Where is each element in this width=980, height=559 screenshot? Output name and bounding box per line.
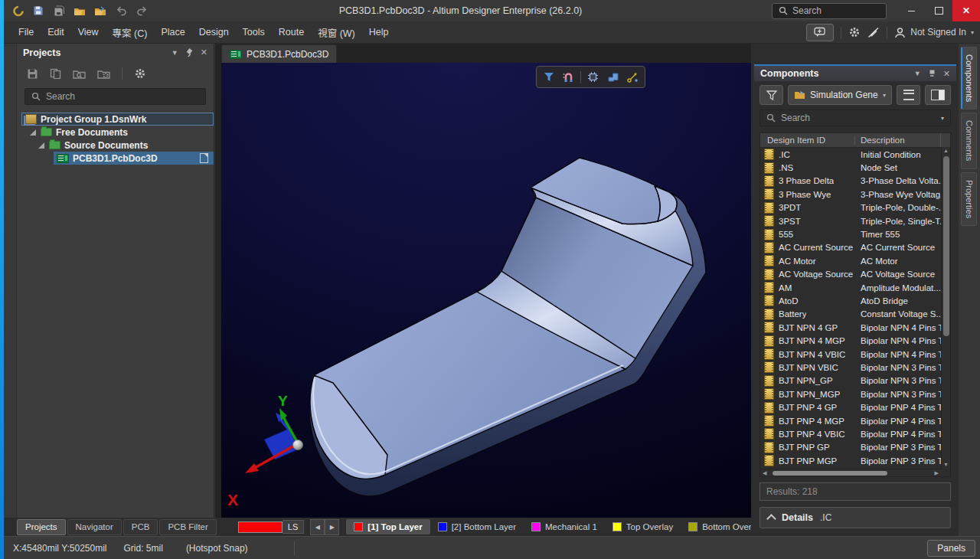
route-icon[interactable] (625, 70, 640, 85)
panel-menu-icon[interactable]: ▼ (914, 70, 921, 77)
save-icon[interactable] (31, 3, 46, 18)
save-all-icon[interactable] (51, 3, 67, 18)
menu-item-file[interactable]: File (11, 21, 41, 43)
layer-sets-control[interactable]: LS (238, 520, 304, 534)
component-row-3-phase-wye[interactable]: 3 Phase Wye3-Phase Wye Voltag... (760, 188, 941, 201)
save-project-icon[interactable] (27, 68, 38, 79)
expand-caret-icon[interactable] (38, 142, 44, 149)
panel-tab-projects[interactable]: Projects (17, 519, 66, 535)
rail-tab-comments[interactable]: Comments (961, 113, 977, 168)
tree-item-free-documents[interactable]: Free Documents (17, 126, 214, 139)
component-row-bjt-npn-vbic[interactable]: BJT NPN VBICBipolar NPN 3 Pins T... (760, 361, 941, 374)
component-row-bjt-pnp-gp[interactable]: BJT PNP GPBipolar PNP 3 Pins Tr... (760, 441, 941, 454)
component-row-bjt-pnp-4-vbic[interactable]: BJT PNP 4 VBICBipolar PNP 4 Pins Tr... (760, 427, 941, 440)
component-row-3pst[interactable]: 3PSTTriple-Pole, Single-T... (760, 214, 941, 227)
details-section-header[interactable]: Details .IC (760, 507, 951, 528)
components-search-input[interactable]: Search ▾ (760, 110, 951, 126)
snap-magnet-icon[interactable] (560, 70, 576, 85)
scrollbar-thumb[interactable] (943, 156, 949, 336)
column-header-design-item-id[interactable]: Design Item ID (760, 136, 855, 145)
comment-button[interactable] (806, 24, 834, 41)
undo-icon[interactable] (113, 3, 129, 18)
tree-item-pcb3d1-pcbdoc3d[interactable]: PCB3D1.PcbDoc3D (17, 152, 214, 165)
component-row-bjt-pnp-4-mgp[interactable]: BJT PNP 4 MGPBipolar PNP 4 Pins Tr... (760, 414, 941, 427)
scroll-layers-right-icon[interactable]: ▶ (325, 519, 339, 535)
panel-tab-pcb[interactable]: PCB (123, 519, 158, 535)
component-row-ac-motor[interactable]: AC MotorAC Motor (760, 254, 941, 267)
horizontal-scrollbar[interactable]: ◀ ▶ (760, 469, 941, 476)
open-project-icon[interactable] (93, 3, 108, 18)
menu-item-w[interactable]: 視窗 (W) (311, 21, 362, 43)
vertical-scrollbar[interactable]: ▲ ▼ (941, 147, 950, 469)
menu-item-place[interactable]: Place (154, 21, 191, 43)
close-button[interactable]: ✕ (952, 0, 980, 21)
scroll-down-icon[interactable]: ▼ (943, 461, 949, 469)
layer-tab-mechanical-1[interactable]: Mechanical 1 (524, 519, 605, 534)
filter-icon[interactable] (541, 70, 557, 85)
edit-disabled-icon[interactable] (867, 27, 880, 38)
panel-pin-icon[interactable] (185, 48, 194, 57)
category-dropdown[interactable]: Simulation Generic C ▾ (788, 85, 892, 105)
menu-item-route[interactable]: Route (272, 21, 311, 43)
rail-tab-components[interactable]: Components (961, 47, 977, 110)
compare-documents-icon[interactable] (50, 68, 61, 79)
sign-in-control[interactable]: Not Signed In ▾ (894, 27, 974, 38)
component-row-555[interactable]: 555Timer 555 (760, 227, 941, 240)
panel-tab-navigator[interactable]: Navigator (67, 519, 122, 535)
component-row-atod[interactable]: AtoDAtoD Bridge (760, 294, 941, 307)
maximize-button[interactable] (925, 0, 952, 21)
explore-project-icon[interactable] (73, 69, 86, 79)
scrollbar-thumb[interactable] (773, 471, 887, 476)
layer-tab-2-bottom-layer[interactable]: [2] Bottom Layer (430, 519, 524, 534)
split-view-button[interactable] (925, 85, 951, 105)
component-row-3-phase-delta[interactable]: 3 Phase Delta3-Phase Delta Volta... (760, 175, 941, 188)
menu-item-tools[interactable]: Tools (236, 21, 272, 43)
column-header-description[interactable]: Description (855, 136, 940, 145)
menu-item-design[interactable]: Design (192, 21, 236, 43)
panel-pin-icon[interactable] (928, 69, 936, 78)
layer-tab-top-overlay[interactable]: Top Overlay (605, 519, 681, 534)
list-view-button[interactable] (897, 85, 920, 105)
rail-tab-properties[interactable]: Properties (961, 172, 977, 226)
component-row-bjt-npn-gp[interactable]: BJT NPN_GPBipolar NPN 3 Pins T... (760, 374, 941, 387)
minimize-button[interactable] (897, 0, 925, 21)
global-search-input[interactable]: Search (772, 3, 887, 19)
panel-menu-icon[interactable]: ▼ (172, 49, 178, 57)
document-tab-pcb3d1[interactable]: PCB3D1.PcbDoc3D (221, 44, 337, 63)
component-row-ac-current-source[interactable]: AC Current SourceAC Current Source (760, 241, 941, 254)
component-row-bjt-npn-4-gp[interactable]: BJT NPN 4 GPBipolar NPN 4 Pins T... (760, 321, 941, 334)
pcb-3d-board[interactable]: Y X (221, 63, 751, 518)
panel-close-icon[interactable]: ✕ (201, 47, 207, 57)
redo-icon[interactable] (134, 3, 149, 18)
layer-tab-1-top-layer[interactable]: [1] Top Layer (346, 519, 430, 534)
scroll-up-icon[interactable]: ▲ (943, 147, 949, 155)
layer-tab-bottom-overlay[interactable]: Bottom Overlay (681, 519, 751, 534)
projects-search-input[interactable]: Search (24, 88, 206, 105)
component-row-am[interactable]: AMAmplitude Modulat... (760, 281, 941, 294)
component-row-battery[interactable]: BatteryConstant Voltage S... (760, 308, 941, 321)
scroll-layers-left-icon[interactable]: ◀ (310, 519, 325, 535)
panel-tab-pcb-filter[interactable]: PCB Filter (159, 519, 216, 535)
panel-close-icon[interactable]: ✕ (943, 69, 950, 79)
component-row-3pdt[interactable]: 3PDTTriple-Pole, Double-... (760, 201, 941, 214)
tree-item-project-group-1-dsnwrk[interactable]: Project Group 1.DsnWrk (17, 113, 214, 126)
component-row-bjt-pnp-mgp[interactable]: BJT PNP MGPBipolar PNP 3 Pins Tr (760, 454, 941, 467)
component-row-bjt-pnp-4-gp[interactable]: BJT PNP 4 GPBipolar PNP 4 Pins Tr... (760, 400, 941, 414)
panel-settings-gear-icon[interactable] (134, 67, 146, 80)
expand-caret-icon[interactable] (30, 129, 36, 136)
component-row-bjt-npn-4-vbic[interactable]: BJT NPN 4 VBICBipolar NPN 4 Pins T... (760, 348, 941, 361)
open-icon[interactable] (72, 3, 87, 18)
component-grid-icon[interactable] (586, 70, 601, 85)
menu-item-c[interactable]: 專案 (C) (106, 21, 155, 43)
scroll-right-icon[interactable]: ▶ (935, 469, 939, 477)
pcb-3d-viewport[interactable]: Y X (221, 63, 751, 518)
project-options-icon[interactable] (97, 69, 110, 79)
menu-item-help[interactable]: Help (362, 21, 396, 43)
tree-item-source-documents[interactable]: Source Documents (17, 139, 214, 152)
menu-item-view[interactable]: View (71, 21, 106, 43)
menu-item-edit[interactable]: Edit (41, 21, 71, 43)
panels-button[interactable]: Panels (927, 540, 975, 557)
component-row-ic[interactable]: .ICInitial Condition (760, 148, 941, 161)
scroll-left-icon[interactable]: ◀ (763, 469, 766, 477)
component-row-bjt-npn-4-mgp[interactable]: BJT NPN 4 MGPBipolar NPN 4 Pins T... (760, 334, 941, 347)
